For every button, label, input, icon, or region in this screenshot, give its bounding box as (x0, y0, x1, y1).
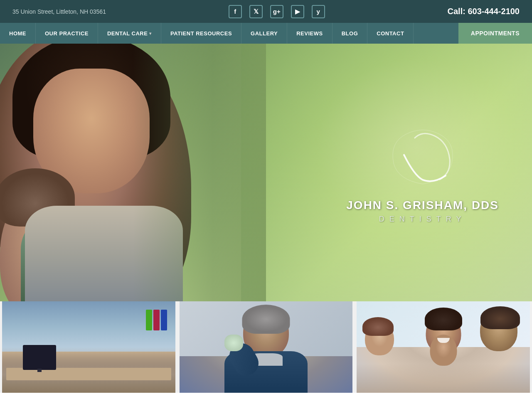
hero-people-photo (0, 44, 266, 301)
youtube-icon[interactable]: ▶ (291, 5, 304, 18)
hero-section: JOHN S. GRISHAM, DDS DENTISTRY (0, 44, 532, 301)
nav-contact[interactable]: CONTACT (367, 23, 414, 44)
dental-care-dropdown-arrow: ▾ (149, 31, 152, 36)
top-bar: 35 Union Street, Littleton, NH 03561 f 𝕏… (0, 0, 532, 23)
logo-dentistry: DENTISTRY (346, 214, 499, 223)
nav-blog[interactable]: BLOG (332, 23, 368, 44)
nav-dental-care[interactable]: DENTAL CARE ▾ (98, 23, 161, 44)
doctor-photo (180, 301, 353, 393)
nav-home[interactable]: HOME (0, 23, 36, 44)
twitter-icon[interactable]: 𝕏 (249, 5, 263, 18)
logo-name: JOHN S. GRISHAM, DDS (346, 198, 499, 212)
social-links: f 𝕏 g+ ▶ y (229, 5, 325, 18)
office-photo (2, 301, 175, 393)
card-family (357, 301, 530, 393)
nav-gallery[interactable]: GALLERY (241, 23, 287, 44)
smile-logo-svg (381, 122, 464, 188)
cards-section (0, 301, 532, 393)
address: 35 Union Street, Littleton, NH 03561 (12, 8, 106, 15)
nav-reviews[interactable]: REVIEWS (287, 23, 332, 44)
card-office (2, 301, 175, 393)
nav-patient-resources[interactable]: PATIENT RESOURCES (161, 23, 241, 44)
family-photo (357, 301, 530, 393)
google-plus-icon[interactable]: g+ (270, 5, 283, 18)
nav-appointments[interactable]: APPOINTMENTS (458, 23, 532, 44)
nav-our-practice[interactable]: OUR PRACTICE (36, 23, 98, 44)
hero-logo: JOHN S. GRISHAM, DDS DENTISTRY (346, 122, 499, 224)
yelp-icon[interactable]: y (312, 5, 325, 18)
main-navigation: HOME OUR PRACTICE DENTAL CARE ▾ PATIENT … (0, 23, 532, 44)
facebook-icon[interactable]: f (229, 5, 242, 18)
phone-number: Call: 603-444-2100 (448, 7, 520, 16)
card-doctor (180, 301, 353, 393)
